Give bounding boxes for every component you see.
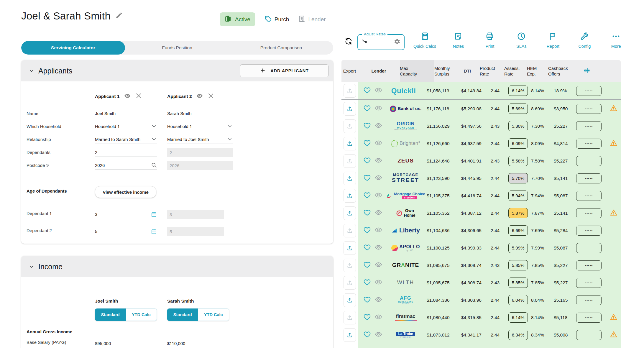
toolbar-slas[interactable]: SLAs: [512, 32, 531, 49]
lender-row-la-trobe-financial[interactable]: La TrobeFinancial$1,073,012$4,341.172.44…: [341, 326, 621, 344]
product-rate-badge[interactable]: 6.04%: [508, 295, 528, 305]
close-icon[interactable]: [135, 92, 142, 101]
warning-icon[interactable]: [610, 331, 617, 339]
export-button[interactable]: [344, 241, 356, 255]
input-name-applicant-2[interactable]: Sarah Smith: [167, 109, 233, 118]
chevron-down-icon[interactable]: [151, 136, 157, 142]
edit-title-icon[interactable]: [115, 12, 123, 20]
calendar-icon[interactable]: [151, 211, 157, 217]
eye-icon[interactable]: [375, 331, 382, 339]
input-relationship-applicant-2[interactable]: Married to Joel Smith: [167, 135, 233, 144]
input-which-household-applicant-2[interactable]: Household 1: [167, 122, 233, 131]
chevron-down-icon[interactable]: [151, 123, 157, 129]
tab-servicing-calculator[interactable]: Servicing Calculator: [21, 41, 125, 55]
favourite-icon[interactable]: [363, 139, 371, 148]
eye-icon[interactable]: [375, 122, 382, 130]
lender-row-apollo[interactable]: APOLLOby LMG$1,100,125$4,399.332.445.99%…: [341, 239, 621, 257]
product-rate-badge[interactable]: 6.09%: [508, 138, 528, 149]
export-button[interactable]: [344, 259, 356, 272]
eye-icon[interactable]: [375, 244, 382, 252]
export-button[interactable]: [344, 102, 356, 116]
toggle-option-standard[interactable]: Standard: [167, 308, 198, 321]
warning-icon[interactable]: [610, 313, 617, 322]
adjust-rates-control[interactable]: Adjust Rates: [357, 34, 405, 50]
product-rate-badge[interactable]: 5.99%: [508, 243, 528, 253]
lender-row-zeus[interactable]: ZEUS$1,124,648$4,401.912.435.58%7.58%$5,…: [341, 152, 621, 170]
product-rate-badge[interactable]: 5.87%: [508, 208, 528, 218]
lender-row-own-home[interactable]: OwnHome$1,105,352$4,387.122.445.87%7.87%…: [341, 204, 621, 222]
export-button[interactable]: [344, 84, 356, 98]
lender-row-mortgage-choice[interactable]: Mortgage ChoiceFreedom$1,105,375$4,416.7…: [341, 187, 621, 204]
eye-icon[interactable]: [375, 104, 382, 113]
cashback-button[interactable]: -----: [576, 226, 602, 236]
favourite-icon[interactable]: [363, 244, 371, 252]
export-button[interactable]: [344, 206, 356, 220]
cashback-button[interactable]: -----: [576, 260, 602, 270]
toolbar-config[interactable]: Config: [575, 32, 594, 49]
favourite-icon[interactable]: [363, 104, 371, 113]
gear-icon[interactable]: [394, 38, 400, 46]
lender-row-firstmac[interactable]: firstmac$1,080,440$4,315.852.446.14%8.14…: [341, 309, 621, 326]
lender-row-bank-of-us[interactable]: Bank of us.$1,176,118$5,290.082.445.69%8…: [341, 100, 621, 117]
product-rate-badge[interactable]: 6.14%: [508, 86, 528, 96]
eye-icon[interactable]: [375, 209, 382, 217]
cashback-button[interactable]: -----: [576, 191, 602, 201]
input-dependant-2-age[interactable]: 5: [95, 227, 157, 236]
lender-row-afg-home-loans[interactable]: AFGHOME LOANSRETRO$1,084,336$4,303.962.4…: [341, 291, 621, 309]
refresh-icon[interactable]: [344, 37, 353, 47]
eye-icon[interactable]: [375, 174, 382, 183]
eye-icon[interactable]: [375, 261, 382, 270]
cashback-button[interactable]: -----: [576, 313, 602, 323]
trend-down-icon[interactable]: [362, 38, 368, 46]
income-value[interactable]: $110,000: [167, 341, 229, 346]
eye-icon[interactable]: [375, 139, 382, 148]
favourite-icon[interactable]: [363, 313, 371, 322]
cashback-button[interactable]: -----: [576, 278, 602, 288]
input-postcode-applicant-1[interactable]: 2026: [95, 161, 157, 170]
product-rate-badge[interactable]: 6.14%: [508, 312, 528, 323]
lender-row-origin-mortgage[interactable]: ORIGINMORTGAGEMANAGEMENT SERVICES$1,156,…: [341, 117, 621, 135]
collapse-chevron-icon[interactable]: [28, 263, 35, 270]
eye-icon[interactable]: [375, 226, 382, 235]
eye-icon[interactable]: [375, 191, 382, 200]
eye-icon[interactable]: [375, 278, 382, 287]
lender-row-quickli[interactable]: Quickli_$1,058,113$4,149.842.446.14%8.14…: [341, 82, 621, 100]
cashback-button[interactable]: -----: [576, 208, 602, 218]
export-button[interactable]: [344, 189, 356, 203]
toggle-option-standard[interactable]: Standard: [95, 308, 126, 321]
export-button[interactable]: [344, 154, 356, 168]
eye-icon[interactable]: [375, 86, 382, 95]
product-rate-badge[interactable]: 5.30%: [508, 121, 528, 131]
favourite-icon[interactable]: [363, 278, 371, 287]
add-applicant-button[interactable]: ADD APPLICANT: [240, 64, 328, 77]
favourite-icon[interactable]: [363, 86, 371, 95]
cashback-button[interactable]: -----: [576, 104, 602, 114]
warning-icon[interactable]: [610, 139, 617, 148]
cashback-button[interactable]: -----: [576, 139, 602, 149]
product-rate-badge[interactable]: 6.34%: [508, 330, 528, 340]
cashback-button[interactable]: -----: [576, 243, 602, 253]
warning-icon[interactable]: [610, 209, 617, 218]
chevron-down-icon[interactable]: [227, 123, 233, 129]
toggle-option-ytd-calc[interactable]: YTD Calc: [126, 308, 157, 321]
lender-row-granite[interactable]: GRΛNITE$1,095,675$4,308.742.435.85%7.85%…: [341, 257, 621, 274]
calendar-icon[interactable]: [151, 229, 157, 234]
export-button[interactable]: [344, 276, 356, 290]
input-name-applicant-1[interactable]: Joel Smith: [95, 109, 157, 118]
cashback-button[interactable]: -----: [576, 121, 602, 131]
favourite-icon[interactable]: [363, 191, 371, 200]
tab-product-comparison[interactable]: Product Comparison: [229, 41, 333, 55]
input-dependant-1-age[interactable]: 3: [95, 210, 157, 219]
tab-funds-position[interactable]: Funds Position: [125, 41, 229, 55]
favourite-icon[interactable]: [363, 331, 371, 339]
toolbar-notes[interactable]: Notes: [449, 32, 468, 49]
export-button[interactable]: [344, 328, 356, 342]
search-icon[interactable]: [151, 162, 157, 168]
export-button[interactable]: [344, 293, 356, 307]
toolbar-more[interactable]: More: [607, 32, 625, 49]
close-icon[interactable]: [207, 92, 214, 101]
favourite-icon[interactable]: [363, 122, 371, 131]
lender-row-wlth[interactable]: WLTH$1,095,675$4,308.742.435.85%7.85%$5,…: [341, 274, 621, 291]
product-rate-badge[interactable]: 5.85%: [508, 278, 528, 288]
product-rate-badge[interactable]: 5.58%: [508, 156, 528, 166]
